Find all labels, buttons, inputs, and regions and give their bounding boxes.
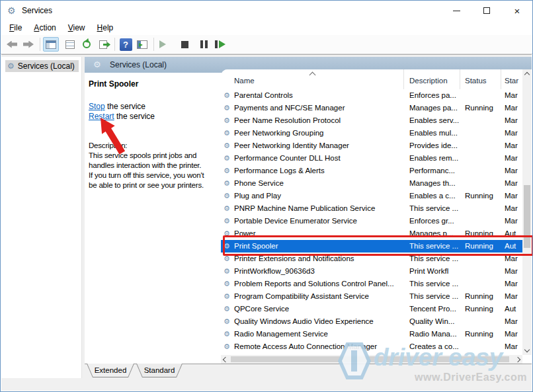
table-row[interactable]: ⚙Quality Windows Audio Video ExperienceQ… [221,315,522,328]
export-list-button[interactable] [95,37,111,52]
stop-service-link[interactable]: Stop [89,102,105,111]
table-row[interactable]: ⚙Remote Access Auto Connection ManagerCr… [221,340,522,353]
column-header-startup-type[interactable]: Star [501,69,523,89]
service-startup-type: Mar [505,89,523,102]
maximize-button[interactable] [472,1,502,20]
service-startup-type: Mar [505,328,523,340]
column-header-status[interactable]: Status [460,69,501,89]
service-status [465,215,499,227]
service-status [465,139,499,152]
description-line: If you turn off this service, you won't [89,171,204,180]
tree-item-services-local[interactable]: ⚙ Services (Local) [5,60,79,72]
selected-service-title: Print Spooler [89,79,138,89]
table-row[interactable]: ⚙Print SpoolerThis service ...RunningAut [221,240,522,253]
table-row[interactable]: ⚙Parental ControlsEnforces pa...Mar [221,89,522,102]
table-row[interactable]: ⚙Payments and NFC/SE ManagerManages pa..… [221,102,522,114]
vertical-scroll-thumb[interactable] [524,185,530,248]
service-status: Running [465,290,499,303]
properties-icon [65,40,75,49]
column-header-description[interactable]: Description [404,69,460,89]
table-row[interactable]: ⚙PowerManages p...RunningAut [221,227,522,240]
service-gear-icon: ⚙ [224,89,230,102]
restart-service-button[interactable] [214,37,230,52]
service-description-cell: Provides ide... [409,139,462,152]
table-row[interactable]: ⚙Peer Networking GroupingEnables mul...M… [221,127,522,139]
pane-header-gear-icon: ⚙ [93,59,101,69]
tab-standard[interactable]: Standard [136,364,183,377]
scroll-down-icon[interactable] [524,347,530,352]
table-row[interactable]: ⚙PrintWorkflow_90636d3Print WorkflMar [221,265,522,278]
menu-action[interactable]: Action [28,22,62,34]
service-gear-icon: ⚙ [224,290,230,303]
service-startup-type: Aut [505,227,523,240]
service-name: Phone Service [234,177,403,190]
service-status [465,177,499,190]
menu-help[interactable]: Help [91,22,120,34]
window-title: Services [22,6,52,15]
table-row[interactable]: ⚙Phone ServiceManages th...Mar [221,177,522,190]
service-status [465,253,499,265]
service-status: Running [465,102,499,114]
service-status [465,278,499,290]
table-row[interactable]: ⚙Plug and PlayEnables a c...RunningMar [221,190,522,202]
vertical-scrollbar[interactable] [522,69,532,355]
scroll-up-icon[interactable] [524,72,530,77]
services-table-body: ⚙Parental ControlsEnforces pa...Mar⚙Paym… [221,89,522,353]
service-name: Peer Name Resolution Protocol [234,114,403,127]
table-row[interactable]: ⚙PNRP Machine Name Publication ServiceTh… [221,202,522,215]
service-startup-type: Aut [505,303,523,315]
service-status: Running [465,328,499,340]
tab-extended[interactable]: Extended [87,364,134,377]
close-button[interactable]: × [502,1,532,20]
table-row[interactable]: ⚙Performance Counter DLL HostEnables rem… [221,152,522,165]
table-row[interactable]: ⚙Peer Networking Identity ManagerProvide… [221,139,522,152]
table-row[interactable]: ⚙Portable Device Enumerator ServiceEnfor… [221,215,522,227]
stop-service-line: Stop the service [89,102,155,112]
forward-icon [23,41,34,48]
table-row[interactable]: ⚙Printer Extensions and NotificationsThi… [221,253,522,265]
start-service-button[interactable] [157,37,173,52]
back-icon [7,41,17,48]
service-description-cell: Manages th... [409,177,462,190]
restart-service-link[interactable]: Restart [89,112,114,121]
pane-header-label: Services (Local) [110,60,167,69]
service-name: Print Spooler [234,240,403,253]
stop-service-button[interactable] [177,37,192,52]
menu-bar: File Action View Help [1,20,532,35]
extended-view-button[interactable] [134,37,150,52]
forward-button[interactable] [20,37,36,52]
properties-button[interactable] [62,37,78,52]
table-row[interactable]: ⚙Program Compatibility Assistant Service… [221,290,522,303]
horizontal-scrollbar[interactable] [221,355,522,364]
menu-file[interactable]: File [3,22,28,34]
service-gear-icon: ⚙ [224,253,230,265]
help-button[interactable]: ? [118,37,134,52]
service-gear-icon: ⚙ [224,227,230,240]
refresh-button[interactable] [79,37,95,52]
service-startup-type: Mar [505,290,523,303]
scroll-right-icon[interactable] [515,356,520,362]
table-row[interactable]: ⚙Problem Reports and Solutions Control P… [221,278,522,290]
pause-service-button[interactable] [196,37,212,52]
service-description-cell: Manages p... [409,227,462,240]
scroll-left-icon[interactable] [223,356,228,362]
menu-view[interactable]: View [62,22,91,34]
service-description-cell: This service ... [409,278,462,290]
service-description-cell: Creates a co... [409,340,462,353]
minimize-button[interactable] [441,1,472,20]
table-row[interactable]: ⚙QPCore ServiceTencent Pro...RunningAut [221,303,522,315]
table-row[interactable]: ⚙Radio Management ServiceRadio Mana...Ru… [221,328,522,340]
table-row[interactable]: ⚙Peer Name Resolution ProtocolEnables se… [221,114,522,127]
service-startup-type: Mar [505,253,523,265]
service-name: Printer Extensions and Notifications [234,253,403,265]
extended-view-icon [137,40,147,49]
show-console-tree-button[interactable] [43,37,59,52]
maximize-icon [483,7,490,14]
service-startup-type: Mar [505,177,523,190]
horizontal-scroll-thumb[interactable] [231,356,509,362]
back-button[interactable] [4,37,20,52]
service-description-cell: Print Workfl [409,265,462,278]
service-startup-type: Mar [505,152,523,165]
table-row[interactable]: ⚙Performance Logs & AlertsPerformanc...M… [221,165,522,177]
pause-service-icon [200,40,208,48]
